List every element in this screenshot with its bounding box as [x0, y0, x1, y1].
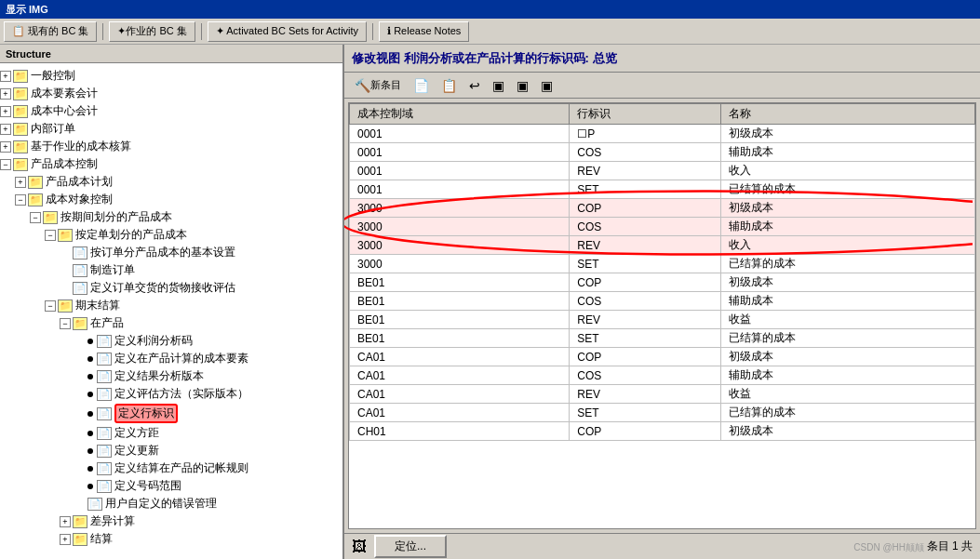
table-row[interactable]: 3000REV收入	[350, 236, 975, 255]
tree-label: 基于作业的成本核算	[31, 139, 131, 154]
tree-label: 成本对象控制	[46, 192, 113, 207]
tree-toggle[interactable]: −	[60, 318, 71, 329]
tree-node[interactable]: 📄定义行标识	[0, 403, 342, 424]
tree-node[interactable]: −📁产品成本控制	[0, 155, 342, 173]
cell-name: 已结算的成本	[720, 329, 974, 348]
table-row[interactable]: 3000COS辅助成本	[350, 218, 975, 236]
tree-node[interactable]: +📁基于作业的成本核算	[0, 138, 342, 155]
btn5[interactable]: ▣	[512, 75, 533, 96]
tree-node[interactable]: −📁成本对象控制	[0, 191, 342, 208]
table-row[interactable]: 0001COS辅助成本	[350, 143, 975, 162]
locate-button[interactable]: 定位...	[374, 535, 447, 558]
toolbar-btn-activated-bc[interactable]: ✦ Activated BC Sets for Activity	[208, 21, 367, 42]
tree-node[interactable]: −📁按期间划分的产品成本	[0, 208, 342, 226]
table-row[interactable]: 3000SET已结算的成本	[350, 255, 975, 273]
tree-bullet	[87, 466, 93, 472]
tree-label: 用户自定义的错误管理	[105, 496, 217, 512]
paste-btn[interactable]: 📋	[436, 75, 462, 96]
toolbar-btn-release-notes[interactable]: ℹ Release Notes	[379, 21, 469, 42]
right-panel-content: 成本控制域 行标识 名称 0001☐P初级成本0001COS辅助成本0001RE…	[344, 99, 980, 559]
cell-row-id: COP	[570, 199, 721, 218]
doc-icon: 📄	[97, 427, 112, 440]
left-panel-header: Structure	[0, 45, 342, 63]
tree-node[interactable]: +📁成本中心会计	[0, 102, 342, 120]
tree-node[interactable]: 📄制造订单	[0, 261, 342, 279]
tree-label: 期末结算	[75, 298, 120, 313]
tree-node[interactable]: +📁一般控制	[0, 67, 342, 85]
table-row[interactable]: CA01COS辅助成本	[350, 366, 975, 385]
tree-toggle[interactable]: +	[0, 124, 11, 135]
tree-toggle[interactable]: −	[15, 194, 26, 206]
tree-node[interactable]: 📄按订单分产品成本的基本设置	[0, 244, 342, 261]
tree-node[interactable]: +📁结算	[0, 530, 342, 548]
btn6[interactable]: ▣	[536, 75, 557, 96]
tree-label: 定义在产品计算的成本要素	[114, 351, 248, 366]
tree-toggle[interactable]: +	[0, 141, 11, 153]
tree-toggle[interactable]: −	[0, 159, 11, 170]
doc-icon: 📄	[73, 264, 87, 277]
undo-btn[interactable]: ↩	[464, 75, 485, 96]
cell-row-id: REV	[570, 311, 721, 329]
tree-node[interactable]: +📁产品成本计划	[0, 173, 342, 191]
tree-node[interactable]: 📄定义结果分析版本	[0, 367, 342, 385]
doc-icon: 📄	[97, 445, 112, 458]
cell-cost-domain: 0001	[350, 143, 570, 162]
tree-toggle[interactable]: +	[60, 534, 71, 545]
folder-icon: 📁	[13, 87, 28, 100]
tree-node[interactable]: −📁按定单划分的产品成本	[0, 226, 342, 244]
btn4[interactable]: ▣	[488, 75, 509, 96]
doc-icon: 📄	[73, 282, 87, 295]
table-row[interactable]: 3000COP初级成本	[350, 199, 975, 218]
tree-node[interactable]: −📁在产品	[0, 314, 342, 332]
table-row[interactable]: CA01COP初级成本	[350, 348, 975, 366]
tree-toggle[interactable]: +	[0, 88, 11, 100]
tree-node[interactable]: 📄定义评估方法（实际版本）	[0, 385, 342, 403]
copy-btn[interactable]: 📄	[409, 75, 434, 96]
cell-name: 收入	[720, 162, 974, 180]
table-row[interactable]: BE01COP初级成本	[350, 273, 975, 292]
tree-node[interactable]: 📄定义利润分析码	[0, 332, 342, 350]
tree-toggle[interactable]: +	[0, 71, 11, 82]
new-entry-btn[interactable]: 🔨 新条目	[350, 75, 406, 96]
tree-node[interactable]: −📁期末结算	[0, 297, 342, 314]
table-row[interactable]: 0001REV收入	[350, 162, 975, 180]
tree-node[interactable]: 📄定义更新	[0, 442, 342, 459]
tree-label: 定义订单交货的货物接收评估	[90, 280, 235, 296]
table-row[interactable]: 0001SET已结算的成本	[350, 180, 975, 199]
tree-node[interactable]: 📄定义结算在产品的记帐规则	[0, 459, 342, 477]
tree-toggle[interactable]: −	[45, 300, 56, 312]
tree-toggle[interactable]: −	[45, 230, 56, 241]
tree-node[interactable]: 📄定义方距	[0, 424, 342, 442]
doc-icon: 📄	[97, 335, 112, 348]
tree-toggle[interactable]: +	[15, 177, 26, 188]
cell-row-id: COS	[570, 366, 721, 385]
table-row[interactable]: BE01COS辅助成本	[350, 292, 975, 311]
tree-toggle[interactable]: +	[60, 516, 71, 527]
cell-row-id: COS	[570, 143, 721, 162]
table-row[interactable]: 0001☐P初级成本	[350, 125, 975, 143]
table-row[interactable]: CA01SET已结算的成本	[350, 404, 975, 422]
tree-node[interactable]: +📁成本要素会计	[0, 85, 342, 102]
table-row[interactable]: CA01REV收益	[350, 385, 975, 404]
cell-name: 辅助成本	[720, 143, 974, 162]
cell-name: 已结算的成本	[720, 404, 974, 422]
tree-node[interactable]: 📄定义订单交货的货物接收评估	[0, 279, 342, 297]
tree-node[interactable]: 📄定义号码范围	[0, 477, 342, 495]
tree-node[interactable]: +📁差异计算	[0, 512, 342, 530]
table-row[interactable]: BE01SET已结算的成本	[350, 329, 975, 348]
status-text: 条目 1 共	[927, 539, 973, 554]
tree-node[interactable]: +📁内部订单	[0, 120, 342, 138]
tree-label: 定义更新	[114, 443, 159, 459]
tree-toggle[interactable]: +	[0, 106, 11, 117]
tree-node[interactable]: 📄用户自定义的错误管理	[0, 495, 342, 512]
tree-node[interactable]: 📄定义在产品计算的成本要素	[0, 350, 342, 367]
tree-toggle[interactable]: −	[30, 212, 41, 223]
tree-bullet	[87, 339, 93, 344]
cell-cost-domain: 3000	[350, 218, 570, 236]
cell-cost-domain: 3000	[350, 236, 570, 255]
toolbar-btn-bc-sets[interactable]: 📋 现有的 BC 集	[4, 21, 97, 42]
table-row[interactable]: BE01REV收益	[350, 311, 975, 329]
toolbar-btn-work-bc[interactable]: ✦作业的 BC 集	[109, 21, 195, 42]
table-row[interactable]: CH01COP初级成本	[350, 422, 975, 441]
folder-icon: 📁	[13, 158, 28, 171]
